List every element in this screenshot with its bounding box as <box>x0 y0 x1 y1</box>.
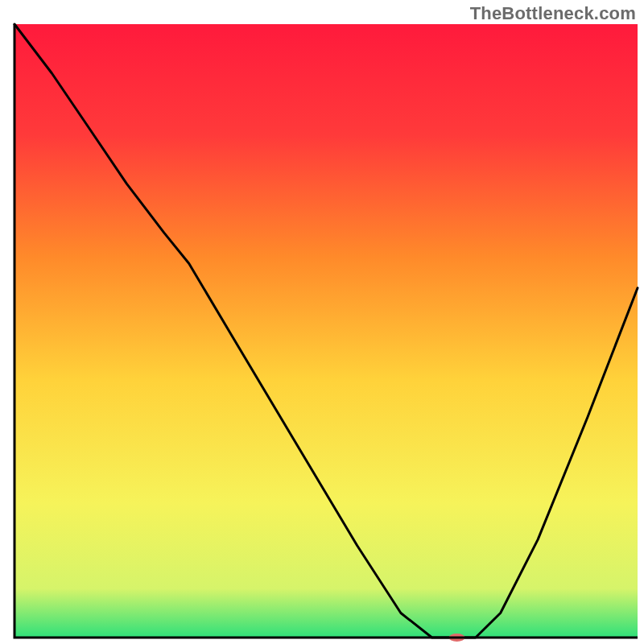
gradient-background <box>14 24 638 638</box>
chart-canvas <box>0 0 644 644</box>
bottleneck-chart: TheBottleneck.com <box>0 0 644 644</box>
